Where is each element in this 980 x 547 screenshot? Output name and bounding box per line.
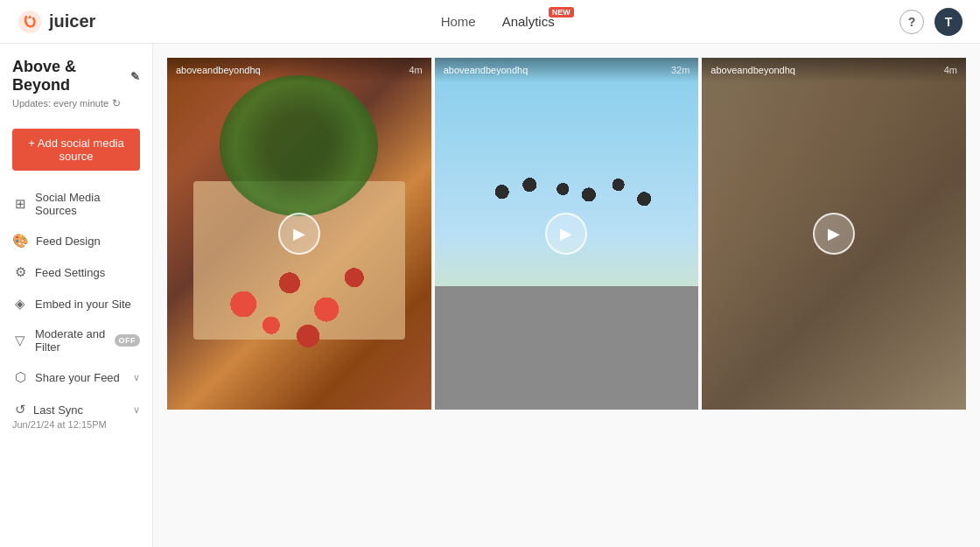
edit-feed-icon[interactable]: ✎ xyxy=(130,70,140,83)
last-sync-date: Jun/21/24 at 12:15PM xyxy=(12,419,107,430)
feed-card-2[interactable]: aboveandbeyondhq 32m ▶ xyxy=(435,58,699,410)
refresh-icon: ↻ xyxy=(112,97,121,109)
sidebar-item-moderate-and-filter[interactable]: ▽ Moderate and Filter OFF xyxy=(0,319,152,361)
updates-label: Updates: every minute ↻ xyxy=(12,97,140,109)
feed-card-3[interactable]: aboveandbeyondhq 4m ▶ xyxy=(702,58,966,410)
card-3-username: aboveandbeyondhq xyxy=(710,65,795,75)
sidebar-header: Above & Beyond ✎ Updates: every minute ↻ xyxy=(0,58,152,120)
card-1-play-button[interactable]: ▶ xyxy=(278,213,320,255)
card-3-header: aboveandbeyondhq 4m xyxy=(702,58,966,82)
sidebar-item-feed-settings[interactable]: ⚙ Feed Settings xyxy=(0,256,152,288)
card-3-time: 4m xyxy=(944,65,957,75)
feed-grid: aboveandbeyondhq 4m ▶ aboveandbeyondhq 3… xyxy=(167,58,966,410)
card-2-play-button[interactable]: ▶ xyxy=(545,213,587,255)
card-1-time: 4m xyxy=(409,65,422,75)
moderate-toggle[interactable]: OFF xyxy=(115,334,141,347)
nav-home[interactable]: Home xyxy=(441,14,476,29)
share-icon: ⬡ xyxy=(12,369,28,385)
sync-chevron-icon: ∨ xyxy=(133,404,140,416)
main-nav: Home Analytics NEW xyxy=(441,14,555,29)
card-2-username: aboveandbeyondhq xyxy=(444,65,528,75)
sidebar-item-feed-design[interactable]: 🎨 Feed Design xyxy=(0,225,152,256)
svg-point-0 xyxy=(18,11,41,33)
header-actions: ? T xyxy=(900,8,962,36)
card-1-header: aboveandbeyondhq 4m xyxy=(167,58,431,82)
social-media-sources-icon: ⊞ xyxy=(12,196,28,212)
juicer-logo-icon xyxy=(18,10,42,34)
sidebar: Above & Beyond ✎ Updates: every minute ↻… xyxy=(0,44,153,547)
feed-card-1[interactable]: aboveandbeyondhq 4m ▶ xyxy=(167,58,431,410)
logo-text: juicer xyxy=(49,11,95,32)
sync-icon: ↺ xyxy=(12,402,28,417)
sidebar-item-last-sync[interactable]: ↺ Last Sync ∨ Jun/21/24 at 12:15PM xyxy=(0,393,152,438)
feed-settings-icon: ⚙ xyxy=(12,264,28,280)
app-logo[interactable]: juicer xyxy=(18,10,95,34)
add-source-button[interactable]: + Add social media source xyxy=(12,129,140,171)
embed-icon: ◈ xyxy=(12,296,28,312)
main-content: aboveandbeyondhq 4m ▶ aboveandbeyondhq 3… xyxy=(153,44,980,547)
sidebar-item-embed-in-your-site[interactable]: ◈ Embed in your Site xyxy=(0,288,152,319)
help-button[interactable]: ? xyxy=(900,10,924,34)
share-chevron-icon: ∨ xyxy=(133,372,140,383)
moderate-icon: ▽ xyxy=(12,333,28,348)
feed-name: Above & Beyond ✎ xyxy=(12,58,140,95)
analytics-new-badge: NEW xyxy=(549,7,574,18)
user-avatar[interactable]: T xyxy=(934,8,962,36)
card-1-username: aboveandbeyondhq xyxy=(176,65,261,75)
card-1-tomatoes xyxy=(206,251,391,357)
app-header: juicer Home Analytics NEW ? T xyxy=(0,0,980,44)
card-2-time: 32m xyxy=(671,65,690,75)
app-layout: Above & Beyond ✎ Updates: every minute ↻… xyxy=(0,44,980,547)
card-2-header: aboveandbeyondhq 32m xyxy=(435,58,699,82)
nav-analytics[interactable]: Analytics NEW xyxy=(502,14,555,29)
card-3-play-button[interactable]: ▶ xyxy=(813,213,855,255)
sidebar-nav: ⊞ Social Media Sources 🎨 Feed Design ⚙ F… xyxy=(0,183,152,438)
sidebar-item-share-your-feed[interactable]: ⬡ Share your Feed ∨ xyxy=(0,361,152,393)
sidebar-item-social-media-sources[interactable]: ⊞ Social Media Sources xyxy=(0,183,152,225)
feed-design-icon: 🎨 xyxy=(12,233,29,249)
